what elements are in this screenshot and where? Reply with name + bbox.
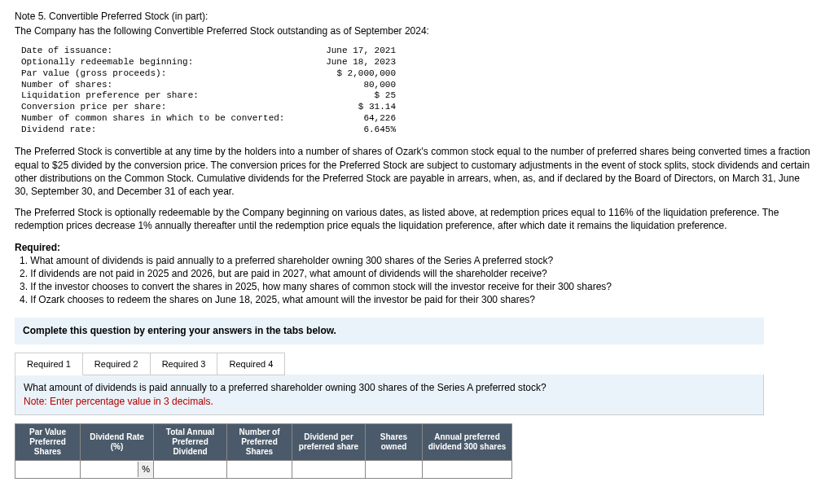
note-subtitle: The Company has the following Convertibl… (15, 24, 819, 37)
question-note: Note: Enter percentage value in 3 decima… (24, 395, 755, 408)
row-label: Number of common shares in which to be c… (21, 113, 298, 125)
input-annual-div-300[interactable] (423, 461, 511, 478)
required-block: Required: 1. What amount of dividends is… (15, 241, 813, 307)
row-label: Number of shares: (21, 80, 298, 91)
tab-required-3[interactable]: Required 3 (150, 353, 218, 376)
row-label: Dividend rate: (21, 125, 298, 136)
input-shares-owned[interactable] (366, 461, 422, 478)
paragraph-1: The Preferred Stock is convertible at an… (15, 145, 813, 198)
tab-required-4[interactable]: Required 4 (217, 353, 285, 376)
row-value: $ 31.14 (298, 102, 396, 113)
row-value: June 17, 2021 (298, 46, 396, 57)
row-value: $ 25 (298, 90, 396, 102)
input-dividend-rate[interactable] (81, 462, 138, 476)
tab-required-1[interactable]: Required 1 (15, 353, 83, 376)
th-num-preferred: Number of Preferred Shares (227, 423, 292, 460)
required-item: 1. What amount of dividends is paid annu… (15, 254, 813, 267)
required-heading: Required: (15, 242, 60, 253)
th-total-annual: Total Annual Preferred Dividend (154, 423, 227, 460)
tab-required-2[interactable]: Required 2 (82, 353, 151, 376)
row-value: 64,226 (298, 113, 396, 125)
note-title: Note 5. Convertible Preferred Stock (in … (15, 10, 819, 23)
row-label: Conversion price per share: (21, 102, 298, 113)
input-total-annual[interactable] (154, 461, 226, 478)
answer-table: Par Value Preferred Shares Dividend Rate… (15, 423, 512, 479)
row-value: 80,000 (298, 80, 396, 91)
paragraph-2: The Preferred Stock is optionally redeem… (15, 206, 813, 232)
row-label: Liquidation preference per share: (21, 90, 298, 102)
row-value: June 18, 2023 (298, 57, 396, 68)
input-par-value[interactable] (15, 461, 80, 478)
row-label: Optionally redeemable beginning: (21, 57, 298, 68)
required-item: 2. If dividends are not paid in 2025 and… (15, 267, 813, 280)
th-par-value: Par Value Preferred Shares (15, 423, 81, 460)
th-shares-owned: Shares owned (366, 423, 423, 460)
input-num-preferred[interactable] (227, 461, 292, 478)
stock-data-block: Date of issuance:June 17, 2021 Optionall… (21, 46, 819, 135)
instruction-box: Complete this question by entering your … (15, 318, 764, 344)
required-item: 4. If Ozark chooses to redeem the shares… (15, 293, 813, 306)
th-annual-div-300: Annual preferred dividend 300 shares (423, 423, 512, 460)
th-div-per-share: Dividend per preferred share (292, 423, 366, 460)
th-dividend-rate: Dividend Rate (%) (81, 423, 154, 460)
row-value: 6.645% (298, 125, 396, 136)
row-value: $ 2,000,000 (298, 68, 396, 80)
row-label: Par value (gross proceeds): (21, 68, 298, 80)
percent-symbol: % (138, 462, 153, 477)
input-div-per-share[interactable] (292, 461, 365, 478)
tab-row: Required 1 Required 2 Required 3 Require… (15, 353, 764, 376)
required-item: 3. If the investor chooses to convert th… (15, 280, 813, 293)
row-label: Date of issuance: (21, 46, 298, 57)
question-box: What amount of dividends is paid annuall… (15, 375, 764, 414)
question-text: What amount of dividends is paid annuall… (24, 381, 755, 394)
